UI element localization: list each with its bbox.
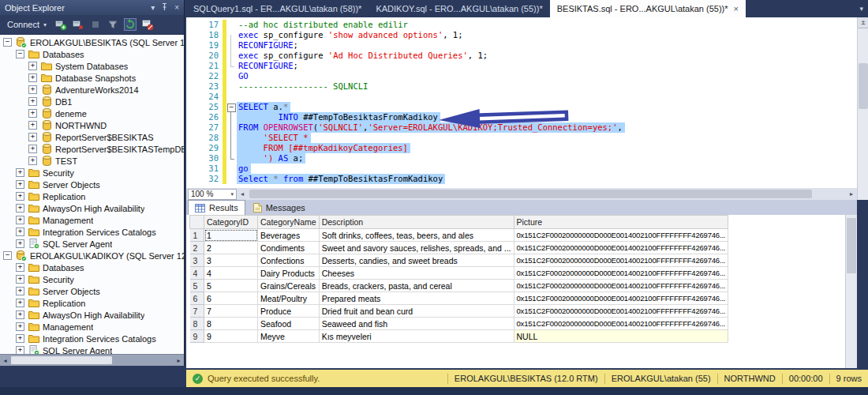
row-header[interactable]: 6 [190, 292, 204, 305]
scroll-left-icon[interactable]: ◂ [0, 357, 10, 364]
window-position-icon[interactable]: ▾ [151, 3, 155, 12]
column-header[interactable]: Description [319, 216, 514, 229]
collapse-icon[interactable]: − [3, 38, 12, 47]
connect-server-button[interactable] [53, 17, 68, 32]
grid-cell[interactable]: 0x151C2F00020000000D000E0014002100FFFFFF… [514, 242, 728, 254]
grid-cell[interactable]: 5 [204, 280, 258, 292]
object-explorer-hscrollbar[interactable]: ◂ ▸ [0, 354, 184, 366]
row-header[interactable]: 4 [190, 267, 204, 280]
expand-icon[interactable]: + [28, 156, 37, 165]
tab-list-dropdown-icon[interactable]: ▾ [855, 0, 868, 17]
tree-item[interactable]: +ReportServer$BESIKTAS [0, 131, 184, 143]
close-tab-icon[interactable]: × [734, 5, 739, 13]
filter-button[interactable] [105, 17, 120, 32]
tree-item[interactable]: +AdventureWorks2014 [0, 84, 184, 96]
tree-item[interactable]: −EROLAKGUL\KADIKOY (SQL Server 12.0.2269 [0, 250, 184, 261]
expand-icon[interactable]: + [16, 216, 24, 224]
expand-icon[interactable]: + [16, 228, 24, 236]
server-alert-button[interactable] [140, 17, 155, 32]
tree-item[interactable]: +DB1 [0, 96, 184, 107]
grid-cell[interactable]: Dairy Products [258, 267, 320, 280]
document-tab[interactable]: KADIKOY.sql - ERO...AKGUL\atakan (55))* [369, 0, 549, 17]
grid-cell[interactable]: Condiments [258, 242, 320, 254]
tree-item[interactable]: +Databases [0, 261, 184, 273]
tree-item[interactable]: +Server Objects [0, 285, 184, 297]
tree-item[interactable]: +NORTHWND [0, 119, 184, 131]
grid-cell[interactable]: NULL [514, 330, 728, 343]
object-explorer-titlebar[interactable]: Object Explorer ▾ × [0, 0, 184, 15]
grid-cell[interactable]: Meyve [258, 330, 320, 343]
row-header[interactable]: 3 [190, 254, 204, 267]
stop-button[interactable] [88, 17, 103, 32]
tree-item[interactable]: +TEST [0, 155, 184, 167]
expand-icon[interactable]: + [16, 180, 24, 189]
zoom-select[interactable]: 100 % ▾ [188, 189, 237, 200]
connect-dropdown[interactable]: Connect▾ [3, 18, 51, 31]
tree-item[interactable]: +Integration Services Catalogs [0, 333, 184, 344]
results-grid[interactable]: CategoryIDCategoryNameDescriptionPicture… [189, 215, 728, 343]
tree-item[interactable]: −Databases [0, 48, 184, 60]
scroll-right-icon[interactable]: ▸ [846, 190, 857, 198]
tree-item[interactable]: +ReportServer$BESIKTASTempDB [0, 143, 184, 155]
grid-cell[interactable]: Dried fruit and bean curd [319, 305, 514, 318]
expand-icon[interactable]: + [16, 287, 24, 295]
column-header[interactable]: CategoryName [258, 216, 320, 229]
document-tab[interactable]: SQLQuery1.sql - ER...AKGUL\atakan (58))* [186, 0, 369, 17]
tree-item[interactable]: +SQL Server Agent [0, 344, 184, 354]
grid-cell[interactable]: 2 [204, 242, 258, 254]
grid-cell[interactable]: 8 [204, 318, 258, 330]
tree-item[interactable]: +Replication [0, 297, 184, 309]
scroll-right-icon[interactable]: ▸ [174, 357, 184, 364]
expand-icon[interactable]: + [16, 168, 24, 177]
close-panel-icon[interactable]: × [174, 3, 179, 12]
grid-cell[interactable]: Meat/Poultry [258, 292, 320, 305]
grid-cell[interactable]: Confections [258, 254, 320, 267]
expand-icon[interactable]: + [16, 192, 24, 201]
expand-icon[interactable]: + [28, 97, 37, 106]
tree-item[interactable]: +AlwaysOn High Availability [0, 202, 184, 214]
tab-messages[interactable]: Messages [247, 201, 312, 215]
expand-icon[interactable]: + [16, 263, 24, 272]
editor-vscrollbar[interactable]: ± [857, 17, 868, 200]
row-header[interactable]: 5 [190, 280, 204, 292]
grid-cell[interactable]: Cheeses [319, 267, 514, 280]
grid-corner[interactable] [190, 216, 204, 229]
collapse-icon[interactable]: − [3, 251, 12, 260]
grid-cell[interactable]: Soft drinks, coffees, teas, beers, and a… [319, 229, 514, 242]
grid-cell[interactable]: 0x151C2F00020000000D000E0014002100FFFFFF… [514, 318, 728, 330]
scrollbar-thumb[interactable] [859, 63, 868, 109]
expand-icon[interactable]: + [16, 204, 24, 213]
results-vscrollbar[interactable] [845, 215, 857, 368]
grid-cell[interactable]: 7 [204, 305, 258, 318]
refresh-button[interactable] [122, 17, 137, 32]
grid-cell[interactable]: 4 [204, 267, 258, 280]
grid-cell[interactable]: Sweet and savory sauces, relishes, sprea… [319, 242, 514, 254]
grid-cell[interactable]: 0x151C2F00020000000D000E0014002100FFFFFF… [514, 305, 728, 318]
tree-item[interactable]: +Integration Services Catalogs [0, 226, 184, 238]
expand-icon[interactable]: + [16, 322, 24, 331]
row-header[interactable]: 8 [190, 318, 204, 330]
expand-icon[interactable]: + [16, 310, 24, 319]
expand-icon[interactable]: + [28, 85, 37, 94]
tree-item[interactable]: +Security [0, 167, 184, 179]
grid-cell[interactable]: 3 [204, 254, 258, 267]
column-header[interactable]: Picture [514, 216, 728, 229]
tree-item[interactable]: +Security [0, 273, 184, 285]
tree-item[interactable]: +Management [0, 214, 184, 226]
grid-cell[interactable]: 0x151C2F00020000000D000E0014002100FFFFFF… [514, 280, 728, 292]
grid-cell[interactable]: 9 [204, 330, 258, 343]
expand-icon[interactable]: + [28, 133, 37, 141]
tree-item[interactable]: +Server Objects [0, 179, 184, 190]
grid-cell[interactable]: Prepared meats [319, 292, 514, 305]
row-header[interactable]: 1 [190, 229, 204, 242]
disconnect-server-button[interactable] [70, 17, 85, 32]
row-header[interactable]: 2 [190, 242, 204, 254]
tab-results[interactable]: Results [188, 200, 245, 215]
tree-item[interactable]: +System Databases [0, 60, 184, 72]
code-editor[interactable]: 17--ad hoc distributed enable edilir18ex… [186, 17, 857, 190]
grid-cell[interactable]: Kıs meyveleri [319, 330, 514, 343]
grid-cell[interactable]: 0x151C2F00020000000D000E0014002100FFFFFF… [514, 267, 728, 280]
scrollbar-thumb[interactable] [847, 218, 856, 273]
grid-cell[interactable]: Seaweed and fish [319, 318, 514, 330]
tree-item[interactable]: +AlwaysOn High Availability [0, 309, 184, 321]
